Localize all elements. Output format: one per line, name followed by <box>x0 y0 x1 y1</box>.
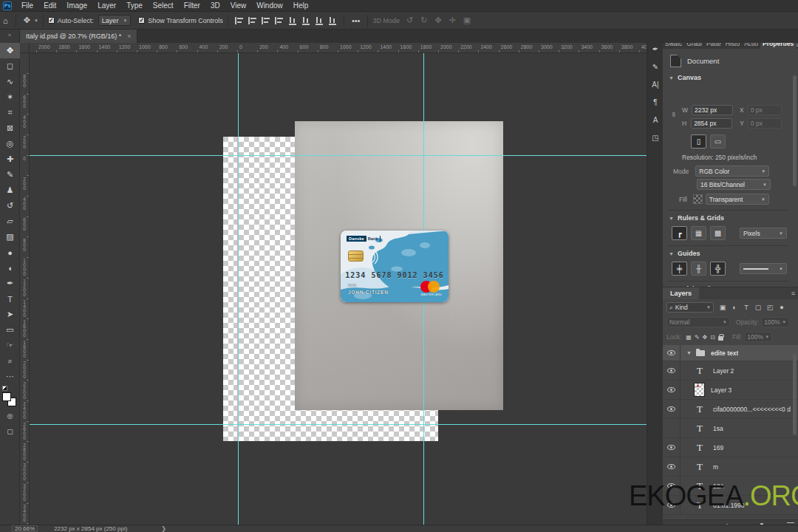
layer-name[interactable]: Layer 3 <box>711 386 732 394</box>
x-input[interactable]: 0 px <box>748 105 782 115</box>
toggle-pixel-grid-button[interactable]: ▩ <box>710 226 726 240</box>
align-left-edges-icon[interactable] <box>235 16 244 25</box>
opacity-input[interactable]: 100% ▼ <box>761 317 789 327</box>
lock-position-icon[interactable]: ✥ <box>703 334 708 341</box>
fill-swatch[interactable] <box>693 194 703 204</box>
snap-guides-button[interactable]: ╬ <box>710 262 726 276</box>
horizontal-guide[interactable] <box>30 155 647 156</box>
brush-settings-panel-icon[interactable]: ✎ <box>647 58 664 75</box>
align-right-edges-icon[interactable] <box>262 16 270 25</box>
height-input[interactable]: 2854 px <box>691 118 732 129</box>
menu-item-window[interactable]: Window <box>251 1 288 10</box>
crop-tool-icon[interactable]: ⌗ <box>0 105 20 120</box>
layer-thumbnail[interactable] <box>694 383 705 397</box>
horizontal-guide[interactable] <box>30 424 647 425</box>
align-bottom-edges-icon[interactable] <box>275 16 284 25</box>
lock-all-icon[interactable] <box>718 334 723 341</box>
gradient-tool-icon[interactable]: ▨ <box>0 229 20 245</box>
margin-guide[interactable] <box>237 137 238 441</box>
distribute-horizontal-icon[interactable] <box>328 16 337 25</box>
shape-tool-icon[interactable]: ▭ <box>0 322 20 338</box>
visibility-toggle[interactable] <box>663 438 681 457</box>
guides-section-header[interactable]: ▼ Guides <box>669 250 700 257</box>
frame-tool-icon[interactable]: ⊠ <box>0 120 20 136</box>
layer-name[interactable]: cifa0000000...<<<<<<<<0 d <box>713 406 791 413</box>
auto-select-target-dropdown[interactable]: Layer ▼ <box>98 15 131 26</box>
glyphs-panel-icon[interactable]: A <box>647 111 664 129</box>
lasso-tool-icon[interactable]: ∿ <box>0 74 20 89</box>
properties-scrollbar[interactable] <box>793 75 797 186</box>
object-selection-tool-icon[interactable]: ✶ <box>0 89 20 105</box>
visibility-toggle[interactable] <box>663 419 681 437</box>
rulers-grids-section-header[interactable]: ▼ Rulers & Grids <box>669 214 724 222</box>
filter-shape-layers-icon[interactable]: ▢ <box>752 304 764 311</box>
color-mode-dropdown[interactable]: RGB Color ▼ <box>695 166 769 177</box>
layer-filter-dropdown[interactable]: ⌕ Kind ▼ <box>666 302 714 313</box>
menu-item-type[interactable]: Type <box>121 1 148 10</box>
menu-item-filter[interactable]: Filter <box>179 1 205 10</box>
default-colors-icon[interactable] <box>2 386 7 391</box>
zoom-tool-icon[interactable]: ⌕ <box>0 353 20 369</box>
visibility-toggle[interactable] <box>663 457 681 476</box>
menu-item-3d[interactable]: 3D <box>205 1 225 10</box>
character-panel-icon[interactable]: A| <box>647 75 664 93</box>
layer-row[interactable]: Tm <box>663 457 798 477</box>
vertical-ruler[interactable]: 8 0 06 0 04 0 02 0 002 0 04 0 06 0 08 0 … <box>20 53 30 525</box>
layer-name[interactable]: 169 <box>713 444 723 451</box>
layers-scrollbar[interactable] <box>793 354 797 435</box>
layer-name[interactable]: m <box>713 463 718 471</box>
bit-depth-dropdown[interactable]: 16 Bits/Channel ▼ <box>697 179 771 190</box>
move-tool-icon[interactable]: ✥ <box>0 43 20 58</box>
home-icon[interactable]: ⌂ <box>0 16 11 25</box>
edit-toolbar-icon-icon[interactable]: ⋯ <box>0 369 20 384</box>
history-brush-tool-icon[interactable]: ↺ <box>0 198 20 214</box>
layers-tab[interactable]: Layers <box>663 287 699 299</box>
toggle-grid-button[interactable]: ▦ <box>691 226 706 240</box>
layer-row[interactable]: T1sa <box>663 419 798 438</box>
eraser-tool-icon[interactable]: ▱ <box>0 214 20 229</box>
marquee-tool-icon[interactable]: ◻ <box>0 58 20 74</box>
dodge-tool-icon[interactable]: ◖ <box>0 260 20 276</box>
group-expand-icon[interactable]: ▼ <box>686 350 692 355</box>
layer-name[interactable]: edite text <box>711 349 738 357</box>
move-tool-preset-icon[interactable]: ✥ <box>21 16 33 25</box>
menu-item-image[interactable]: Image <box>61 1 92 10</box>
path-selection-tool-icon[interactable]: ➤ <box>0 307 20 322</box>
foreground-color-swatch[interactable] <box>2 392 11 401</box>
horizontal-ruler[interactable]: 2000180016001400120010008006004002000200… <box>30 43 647 53</box>
visibility-toggle[interactable] <box>663 400 681 418</box>
libraries-panel-icon[interactable]: ◳ <box>647 129 664 146</box>
menu-item-view[interactable]: View <box>225 1 252 10</box>
menu-item-layer[interactable]: Layer <box>92 1 121 10</box>
visibility-toggle[interactable] <box>663 345 681 361</box>
layer-row[interactable]: T169 <box>663 438 798 457</box>
filter-type-layers-icon[interactable]: T <box>740 304 752 311</box>
portrait-orientation-button[interactable]: ▯ <box>691 134 706 149</box>
close-icon[interactable]: × <box>127 33 131 40</box>
filter-toggle-icon[interactable]: ● <box>776 304 788 311</box>
menu-item-select[interactable]: Select <box>148 1 179 10</box>
lock-transparent-pixels-icon[interactable]: ▦ <box>686 334 692 341</box>
document-tab[interactable]: Italy id.psd @ 20.7% (RGB/16) * × <box>20 30 137 43</box>
screen-mode-icon[interactable]: ▢ <box>0 423 20 439</box>
filter-adjustment-layers-icon[interactable]: ◐ <box>729 304 740 311</box>
ruler-units-dropdown[interactable]: Pixels ▼ <box>740 228 787 239</box>
toggle-guides-button[interactable]: ╪ <box>672 262 687 276</box>
align-horizontal-centers-icon[interactable] <box>248 16 257 25</box>
hand-tool-icon[interactable]: ☞ <box>0 338 20 353</box>
toolbar-expand-icon[interactable]: » <box>0 30 20 43</box>
width-input[interactable]: 2232 px <box>692 105 733 115</box>
filter-pixel-layers-icon[interactable]: ▣ <box>717 304 729 311</box>
distribute-bottom-edges-icon[interactable] <box>315 16 324 25</box>
lock-guides-button[interactable]: ╫ <box>691 262 706 276</box>
ruler-corner[interactable] <box>20 43 30 53</box>
guide-style-dropdown[interactable]: ▼ <box>740 263 787 274</box>
eyedropper-tool-icon[interactable]: ◎ <box>0 136 20 151</box>
layer-row[interactable]: TLayer 2 <box>663 361 798 381</box>
landscape-orientation-button[interactable]: ▭ <box>710 134 726 149</box>
brush-tool-icon[interactable]: ✎ <box>0 167 20 183</box>
healing-brush-tool-icon[interactable]: ✚ <box>0 151 20 167</box>
blend-mode-dropdown[interactable]: Normal ▼ <box>666 317 730 327</box>
blur-tool-icon[interactable]: ● <box>0 245 20 260</box>
filter-smart-objects-icon[interactable]: ◰ <box>764 304 776 311</box>
